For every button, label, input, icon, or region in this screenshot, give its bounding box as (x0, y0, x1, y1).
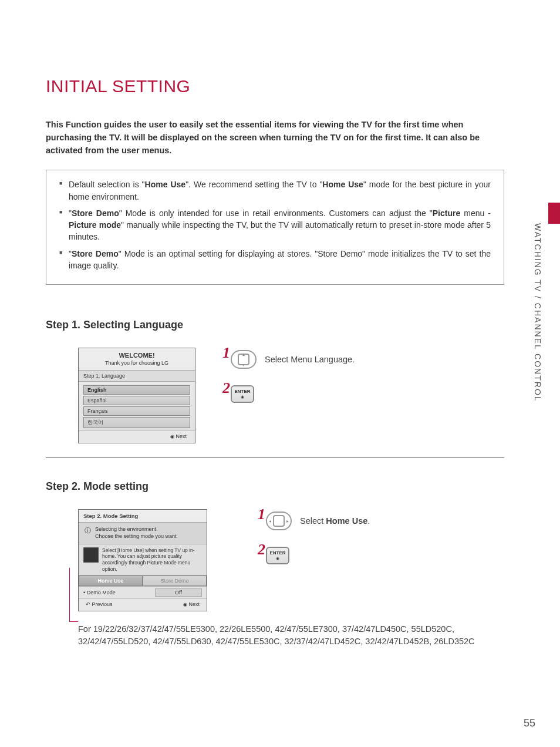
notes-box: Default selection is "Home Use". We reco… (46, 170, 504, 285)
note-item-1: Default selection is "Home Use". We reco… (59, 179, 491, 203)
enter-button-icon: ENTER (231, 385, 254, 403)
dialog-next-button[interactable]: Next (79, 430, 195, 443)
intro-paragraph: This Function guides the user to easily … (46, 119, 504, 157)
mode-dialog-title: Step 2. Mode Setting (79, 510, 207, 522)
dialog-previous-button[interactable]: Previous (86, 601, 113, 607)
demo-mode-label: • Demo Mode (83, 590, 155, 595)
mode-dialog: Step 2. Mode Setting Selecting the envir… (78, 509, 207, 611)
lang-option-english[interactable]: English (83, 385, 190, 395)
enter-button-icon-2: ENTER (266, 547, 289, 564)
mode-dialog-energy-info: Select [Home Use] when setting TV up in-… (79, 544, 207, 576)
dialog-welcome-title: WELCOME! (79, 351, 195, 359)
lang-option-francais[interactable]: Français (83, 406, 190, 416)
page-title: INITIAL SETTING (46, 76, 504, 96)
home-use-tab[interactable]: Home Use (79, 576, 143, 586)
nav-up-down-icon: ▴▾ (231, 350, 257, 369)
section-side-label: WATCHING TV / CHANNEL CONTROL (533, 223, 542, 402)
step2-heading: Step 2. Mode setting (46, 480, 504, 493)
demo-mode-value[interactable]: Off (155, 588, 202, 597)
step-number-1: 1 (222, 344, 230, 362)
callout-line (69, 568, 78, 622)
note-item-2: "Store Demo" Mode is only intended for u… (59, 207, 491, 243)
language-dialog: WELCOME! Thank you for choosing LG Step … (78, 348, 195, 443)
lang-option-espanol[interactable]: Español (83, 396, 190, 405)
dialog-welcome-subtitle: Thank you for choosing LG (79, 360, 195, 367)
page-number: 55 (524, 717, 535, 729)
step-number-2: 2 (222, 379, 230, 397)
dialog-next-button-2[interactable]: Next (183, 601, 200, 607)
step2-row: Step 2. Mode Setting Selecting the envir… (46, 509, 504, 611)
energy-star-icon (83, 547, 99, 563)
section-tab-marker (548, 203, 560, 224)
step1-row: WELCOME! Thank you for choosing LG Step … (46, 348, 504, 443)
store-demo-tab[interactable]: Store Demo (143, 576, 207, 586)
step2-number-1: 1 (258, 506, 265, 523)
note-item-3: "Store Demo" Mode is an optimal setting … (59, 248, 491, 272)
nav-4way-icon: ◂▸ (266, 512, 292, 530)
step2-instr-text: Select Home Use. (300, 516, 370, 526)
step1-instr-text: Select Menu Language. (265, 355, 355, 364)
step2-instructions: 1 ◂▸ Select Home Use. 2 ENTER (266, 509, 370, 581)
step1-heading: Step 1. Selecting Language (46, 319, 504, 331)
lang-option-korean[interactable]: 한국어 (83, 417, 190, 428)
step1-instructions: 1 ▴▾ Select Menu Language. 2 ENTER (231, 348, 355, 419)
models-note: For 19/22/26/32/37/42/47/55LE5300, 22/26… (78, 623, 504, 648)
step2-number-2: 2 (258, 541, 265, 558)
separator (46, 457, 504, 458)
dialog-step-label: Step 1. Language (79, 370, 195, 382)
mode-dialog-info: Selecting the environment. Choose the se… (79, 522, 207, 544)
